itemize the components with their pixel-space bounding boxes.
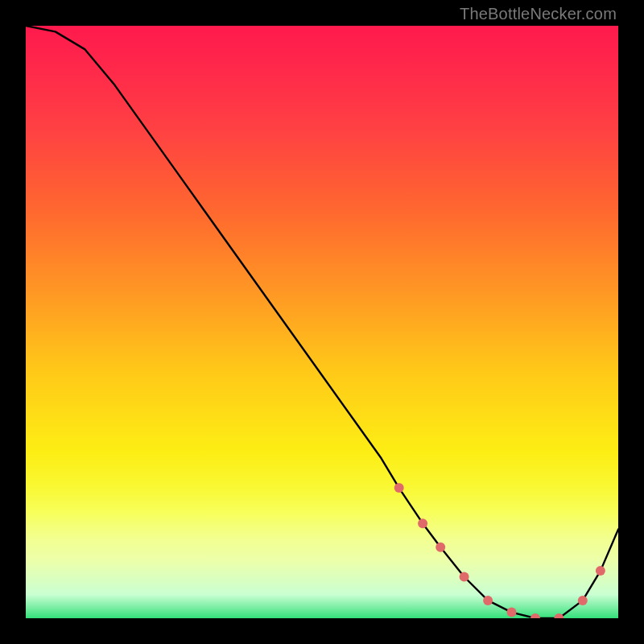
highlight-dot (460, 572, 469, 582)
highlight-dots-group (394, 483, 605, 618)
bottleneck-curve (26, 26, 618, 618)
highlight-dot (418, 518, 427, 528)
plot-lower-wash (26, 488, 618, 618)
highlight-dot (530, 613, 540, 618)
highlight-dot (394, 483, 404, 493)
chart-frame: TheBottleNecker.com (0, 0, 644, 644)
highlight-dot (596, 566, 605, 576)
highlight-dot (436, 543, 445, 552)
highlight-dot (507, 608, 517, 617)
plot-area (26, 26, 618, 618)
chart-svg (26, 26, 618, 618)
highlight-dot (578, 596, 588, 605)
highlight-dot (483, 596, 493, 605)
highlight-dot (554, 613, 564, 618)
watermark-text: TheBottleNecker.com (460, 5, 617, 23)
